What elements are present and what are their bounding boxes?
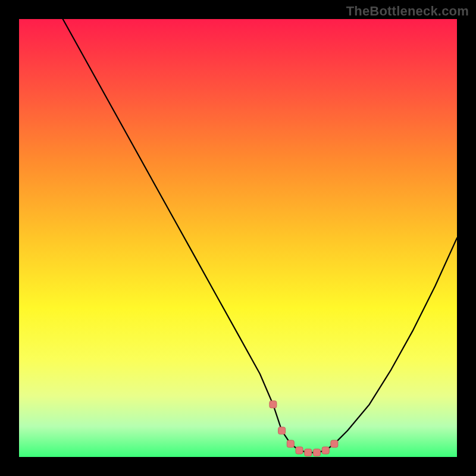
highlight-marker: [305, 449, 312, 456]
highlight-marker: [296, 447, 303, 454]
watermark: TheBottleneck.com: [346, 4, 469, 19]
highlight-marker: [278, 427, 286, 434]
highlight-marker: [322, 447, 329, 454]
highlight-marker: [270, 401, 277, 408]
highlight-markers: [270, 401, 338, 456]
highlight-marker: [314, 449, 321, 456]
highlight-marker: [331, 440, 338, 447]
chart-svg: [19, 19, 457, 457]
bottleneck-curve: [63, 19, 457, 453]
chart-frame: TheBottleneck.com: [0, 0, 476, 476]
highlight-marker: [287, 440, 294, 447]
